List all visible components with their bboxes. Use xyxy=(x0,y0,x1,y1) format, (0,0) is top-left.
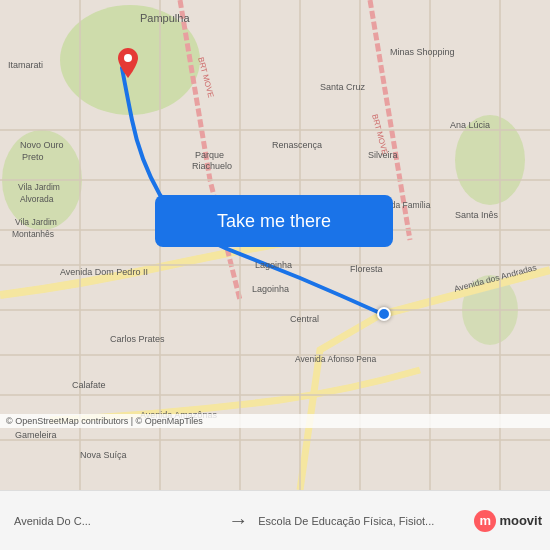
origin-dot xyxy=(377,307,391,321)
svg-text:Lagoinha: Lagoinha xyxy=(255,260,292,270)
svg-text:Pampulha: Pampulha xyxy=(140,12,190,24)
moovit-icon: m xyxy=(474,510,496,532)
copyright-bar: © OpenStreetMap contributors | © OpenMap… xyxy=(0,414,550,428)
copyright-text: © OpenStreetMap contributors | © OpenMap… xyxy=(6,416,203,426)
svg-text:Minas Shopping: Minas Shopping xyxy=(390,47,455,57)
moovit-wordmark: moovit xyxy=(499,513,542,528)
svg-point-36 xyxy=(124,54,132,62)
moovit-letter: m xyxy=(480,513,492,528)
svg-text:Santa Inês: Santa Inês xyxy=(455,210,499,220)
destination-label: Escola De Educação Física, Fisiot... xyxy=(258,515,462,527)
svg-text:Avenida Dom Pedro II: Avenida Dom Pedro II xyxy=(60,267,148,277)
map-container: Pampulha Itamarati Minas Shopping Santa … xyxy=(0,0,550,490)
svg-text:Itamarati: Itamarati xyxy=(8,60,43,70)
svg-text:Carlos Prates: Carlos Prates xyxy=(110,334,165,344)
origin-endpoint: Avenida Do C... xyxy=(8,515,224,527)
svg-text:Floresta: Floresta xyxy=(350,264,383,274)
svg-text:Santa Cruz: Santa Cruz xyxy=(320,82,366,92)
svg-text:Gameleira: Gameleira xyxy=(15,430,57,440)
bottom-bar: Avenida Do C... → Escola De Educação Fís… xyxy=(0,490,550,550)
svg-text:Renascença: Renascença xyxy=(272,140,322,150)
svg-text:Ana Lúcia: Ana Lúcia xyxy=(450,120,490,130)
svg-text:Calafate: Calafate xyxy=(72,380,106,390)
destination-pin xyxy=(118,48,138,82)
take-me-there-button[interactable]: Take me there xyxy=(155,195,393,247)
svg-text:Central: Central xyxy=(290,314,319,324)
svg-text:Montanhês: Montanhês xyxy=(12,229,54,239)
svg-text:Vila Jardim: Vila Jardim xyxy=(15,217,57,227)
route-arrow: → xyxy=(224,509,252,532)
svg-text:Parque: Parque xyxy=(195,150,224,160)
svg-text:Vila Jardim: Vila Jardim xyxy=(18,182,60,192)
svg-text:Avenida Afonso Pena: Avenida Afonso Pena xyxy=(295,354,376,364)
svg-text:Preto: Preto xyxy=(22,152,44,162)
moovit-logo: m moovit xyxy=(474,510,542,532)
svg-text:Nova Suíça: Nova Suíça xyxy=(80,450,127,460)
svg-text:Novo Ouro: Novo Ouro xyxy=(20,140,64,150)
origin-label: Avenida Do C... xyxy=(14,515,218,527)
destination-endpoint: Escola De Educação Física, Fisiot... xyxy=(252,515,468,527)
svg-text:Lagoinha: Lagoinha xyxy=(252,284,289,294)
svg-text:Riachuelo: Riachuelo xyxy=(192,161,232,171)
svg-text:Alvorada: Alvorada xyxy=(20,194,54,204)
